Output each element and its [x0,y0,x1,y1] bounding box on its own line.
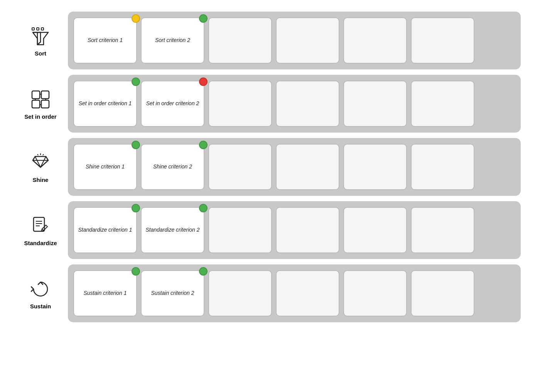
icon-label-sustain: Sustain [19,278,62,310]
criterion-label-sort-2: Sort criterion 2 [155,37,190,44]
svg-line-11 [37,154,38,155]
label-standardize: Standardize [24,240,57,246]
criterion-card-standardize-1[interactable]: Standardize criterion 1 [73,207,137,253]
dot-green-sustain-2 [199,267,208,276]
svg-rect-1 [37,28,39,30]
dot-yellow-sort-1 [132,14,140,23]
criterion-label-set-in-order-2: Set in order criterion 2 [146,100,199,108]
criteria-container-shine: Shine criterion 1Shine criterion 2 [68,138,521,196]
empty-card-shine-2[interactable] [276,144,339,190]
criterion-card-sustain-1[interactable]: Sustain criterion 1 [73,270,137,316]
label-set-in-order: Set in order [24,113,56,120]
dot-green-sort-2 [199,14,208,23]
criterion-card-standardize-2[interactable]: Standardize criterion 2 [141,207,204,253]
label-shine: Shine [33,177,49,183]
svg-rect-2 [41,28,44,30]
empty-card-sort-3[interactable] [343,17,407,64]
criterion-card-sort-1[interactable]: Sort criterion 1 [73,17,137,64]
criteria-container-standardize: Standardize criterion 1Standardize crite… [68,201,521,259]
criterion-card-sustain-2[interactable]: Sustain criterion 2 [141,270,204,316]
svg-rect-6 [41,100,49,108]
svg-rect-0 [32,28,34,30]
svg-marker-7 [33,156,48,167]
criterion-label-sustain-2: Sustain criterion 2 [151,289,194,297]
criterion-label-sort-1: Sort criterion 1 [88,37,123,44]
empty-card-sort-4[interactable] [411,17,474,64]
icon-label-standardize: Standardize [19,214,62,246]
svg-line-10 [43,154,44,155]
empty-card-standardize-4[interactable] [411,207,474,253]
empty-card-shine-1[interactable] [208,144,272,190]
label-sustain: Sustain [30,303,51,310]
icon-label-sort: Sort [19,25,62,57]
empty-card-sustain-3[interactable] [343,270,407,316]
dot-red-set-in-order-2 [199,77,208,86]
criterion-card-shine-1[interactable]: Shine criterion 1 [73,144,137,190]
svg-rect-5 [32,100,40,108]
row-sort: SortSort criterion 1Sort criterion 2 [19,12,521,69]
row-sustain: SustainSustain criterion 1Sustain criter… [19,264,521,322]
dot-green-set-in-order-1 [132,77,140,86]
criteria-container-sort: Sort criterion 1Sort criterion 2 [68,12,521,69]
criterion-label-shine-2: Shine criterion 2 [153,163,192,171]
svg-rect-4 [41,91,49,99]
empty-card-shine-4[interactable] [411,144,474,190]
criterion-card-set-in-order-1[interactable]: Set in order criterion 1 [73,81,137,127]
criterion-label-standardize-1: Standardize criterion 1 [78,226,132,234]
criterion-label-shine-1: Shine criterion 1 [86,163,125,171]
empty-card-sustain-1[interactable] [208,270,272,316]
dot-green-standardize-2 [199,204,208,212]
label-sort: Sort [35,50,46,57]
row-shine: ShineShine criterion 1Shine criterion 2 [19,138,521,196]
svg-rect-3 [32,91,40,99]
criterion-label-standardize-2: Standardize criterion 2 [145,226,199,234]
empty-card-sustain-2[interactable] [276,270,339,316]
dot-green-shine-2 [199,141,208,149]
empty-card-standardize-1[interactable] [208,207,272,253]
empty-card-sort-2[interactable] [276,17,339,64]
criterion-label-set-in-order-1: Set in order criterion 1 [79,100,132,108]
dot-green-standardize-1 [132,204,140,212]
criterion-card-shine-2[interactable]: Shine criterion 2 [141,144,204,190]
criterion-label-sustain-1: Sustain criterion 1 [83,289,127,297]
main-container: SortSort criterion 1Sort criterion 2 Set… [8,8,532,326]
empty-card-standardize-3[interactable] [343,207,407,253]
dot-green-sustain-1 [132,267,140,276]
empty-card-standardize-2[interactable] [276,207,339,253]
icon-label-shine: Shine [19,151,62,183]
empty-card-sustain-4[interactable] [411,270,474,316]
icon-label-set-in-order: Set in order [19,88,62,120]
empty-card-set-in-order-3[interactable] [343,81,407,127]
row-set-in-order: Set in orderSet in order criterion 1Set … [19,75,521,133]
dot-green-shine-1 [132,141,140,149]
empty-card-set-in-order-1[interactable] [208,81,272,127]
empty-card-sort-1[interactable] [208,17,272,64]
criteria-container-set-in-order: Set in order criterion 1Set in order cri… [68,75,521,133]
criterion-card-set-in-order-2[interactable]: Set in order criterion 2 [141,81,204,127]
empty-card-set-in-order-2[interactable] [276,81,339,127]
empty-card-shine-3[interactable] [343,144,407,190]
criterion-card-sort-2[interactable]: Sort criterion 2 [141,17,204,64]
criteria-container-sustain: Sustain criterion 1Sustain criterion 2 [68,264,521,322]
row-standardize: StandardizeStandardize criterion 1Standa… [19,201,521,259]
empty-card-set-in-order-4[interactable] [411,81,474,127]
